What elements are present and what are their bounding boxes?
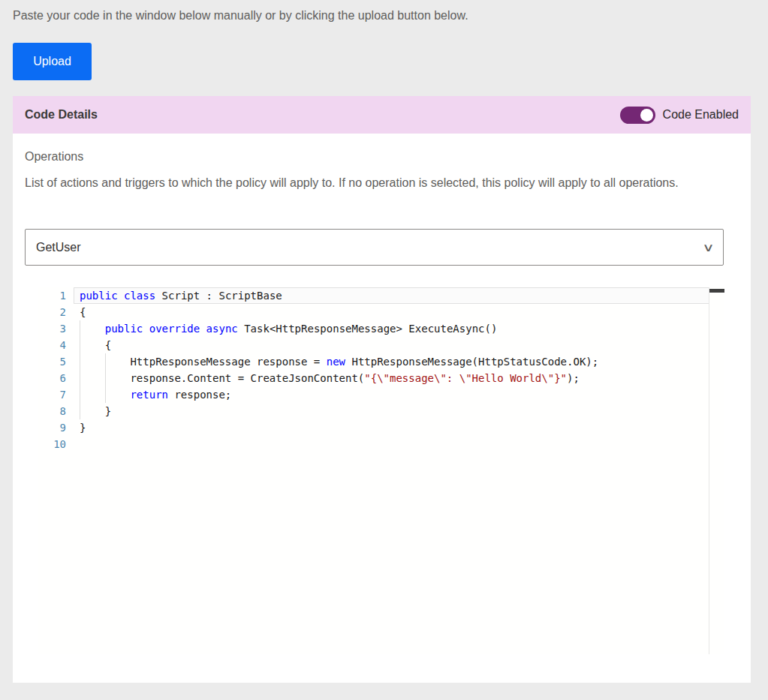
- code-line[interactable]: 8 }: [38, 403, 724, 419]
- line-number: 8: [38, 403, 74, 419]
- toggle-label: Code Enabled: [663, 108, 739, 122]
- line-number: 1: [38, 287, 74, 304]
- code-line[interactable]: 3 public override async Task<HttpRespons…: [38, 320, 724, 337]
- code-details-card: Code Details Code Enabled Operations Lis…: [13, 96, 751, 683]
- code-enabled-control: Code Enabled: [620, 107, 739, 124]
- section-title: Code Details: [25, 108, 98, 122]
- code-line[interactable]: 1public class Script : ScriptBase: [38, 287, 724, 304]
- page-instruction: Paste your code in the window below manu…: [13, 9, 468, 23]
- line-number: 10: [38, 436, 74, 452]
- code-details-header: Code Details Code Enabled: [13, 96, 751, 134]
- code-line-text: HttpResponseMessage response = new HttpR…: [74, 353, 724, 370]
- code-line-text: }: [74, 403, 724, 419]
- code-line-text: {: [74, 337, 724, 353]
- code-line[interactable]: 9}: [38, 419, 724, 436]
- code-line[interactable]: 6 response.Content = CreateJsonContent("…: [38, 370, 724, 386]
- code-editor[interactable]: 1public class Script : ScriptBase2{3 pub…: [38, 287, 724, 654]
- code-line[interactable]: 7 return response;: [38, 386, 724, 403]
- code-line-text: {: [74, 304, 724, 320]
- code-line[interactable]: 4 {: [38, 337, 724, 353]
- code-line[interactable]: 5 HttpResponseMessage response = new Htt…: [38, 353, 724, 370]
- line-number: 4: [38, 337, 74, 353]
- code-line-text: public override async Task<HttpResponseM…: [74, 320, 724, 337]
- operations-label: Operations: [25, 150, 83, 164]
- toggle-knob-icon: [640, 109, 653, 122]
- line-number: 6: [38, 370, 74, 386]
- line-number: 3: [38, 320, 74, 337]
- operations-dropdown[interactable]: GetUser ∨: [25, 229, 724, 266]
- chevron-down-icon: ∨: [702, 241, 714, 254]
- code-line-text: return response;: [74, 386, 724, 403]
- line-number: 5: [38, 353, 74, 370]
- code-line-text: public class Script : ScriptBase: [74, 287, 724, 304]
- code-editor-lines: 1public class Script : ScriptBase2{3 pub…: [38, 287, 724, 452]
- code-line[interactable]: 10: [38, 436, 724, 452]
- line-number: 9: [38, 419, 74, 436]
- upload-button[interactable]: Upload: [13, 43, 92, 80]
- line-number: 7: [38, 386, 74, 403]
- operations-description: List of actions and triggers to which th…: [25, 173, 719, 194]
- code-line[interactable]: 2{: [38, 304, 724, 320]
- code-line-text: }: [74, 419, 724, 436]
- code-enabled-toggle[interactable]: [620, 107, 655, 124]
- dropdown-selected-value: GetUser: [36, 241, 81, 254]
- code-line-text: [74, 436, 724, 452]
- code-line-text: response.Content = CreateJsonContent("{\…: [74, 370, 724, 386]
- line-number: 2: [38, 304, 74, 320]
